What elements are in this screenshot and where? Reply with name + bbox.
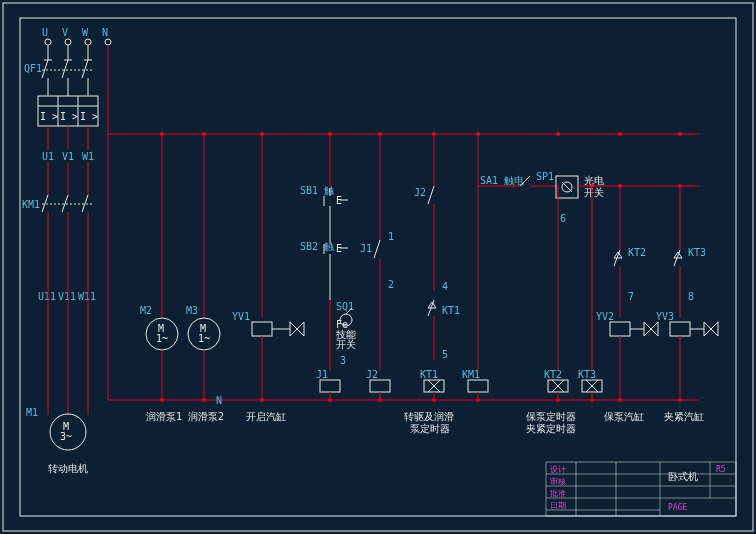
svg-rect-132 <box>546 462 736 516</box>
svg-point-0 <box>45 39 51 45</box>
node8: 8 <box>688 291 694 302</box>
branch-yv1: YV1 <box>232 134 304 400</box>
svg-point-47 <box>556 132 560 136</box>
j2-contact-label: J2 <box>414 187 426 198</box>
svg-rect-86 <box>370 380 390 392</box>
cap3: 开启汽缸 <box>246 411 286 422</box>
j1-coil-label: J1 <box>316 369 328 380</box>
motor-m3: M3 M 1~ <box>186 305 220 350</box>
v1-label: V1 <box>62 151 74 162</box>
m3-ref: M3 <box>186 305 198 316</box>
phase-u-label: U <box>42 27 48 38</box>
phase-w-label: W <box>82 27 89 38</box>
branch-j1j2: J1 1 2 J2 <box>360 134 394 400</box>
sa1-sp1: SA1 触电 SP1 光电 开关 6 <box>478 171 700 224</box>
svg-rect-80 <box>320 380 340 392</box>
svg-rect-122 <box>610 322 630 336</box>
j1-contact-label: J1 <box>360 243 372 254</box>
phase-v-label: V <box>62 27 68 38</box>
inner-border <box>20 18 736 516</box>
svg-line-8 <box>42 60 48 78</box>
svg-line-12 <box>82 60 88 78</box>
phase-n-label: N <box>102 27 108 38</box>
kt1-contact-label: KT1 <box>442 305 460 316</box>
sb1-label: SB1 触 <box>300 185 334 196</box>
cap4a: 转驱及润滑 <box>404 411 454 422</box>
branch-yv3: KT3 8 YV3 <box>656 184 718 400</box>
neutral-label: N <box>216 395 222 406</box>
node3: 3 <box>340 355 346 366</box>
cap7: 保泵汽缸 <box>604 411 644 422</box>
schematic-canvas: U V W N QF1 I > I > I > U1 V1 W1 KM1 <box>0 0 756 534</box>
m1-caption: 转动电机 <box>48 463 88 474</box>
node7: 7 <box>628 291 634 302</box>
tb-title: 卧式机 <box>668 471 698 482</box>
breaker-qf1: QF1 <box>24 60 92 96</box>
cap5: 保泵定时器 <box>526 411 576 422</box>
branch-control-1: SB1 触 E SB2 触 E SQ1 Fe 技能 开关 3 J1 <box>300 134 356 400</box>
cap1: 润滑泵1 <box>146 411 182 422</box>
j2-coil-label: J2 <box>366 369 378 380</box>
sp1-note2: 开关 <box>584 187 604 198</box>
w1-label: W1 <box>82 151 94 162</box>
svg-point-58 <box>202 398 206 402</box>
m2-in2: 1~ <box>156 333 168 344</box>
m1-in2: 3~ <box>60 431 72 442</box>
ol3: I > <box>80 111 98 122</box>
sp1-note1: 光电 <box>584 175 604 186</box>
kt2-coil-label: KT2 <box>544 369 562 380</box>
sp1-label: SP1 <box>536 171 554 182</box>
yv2-label: YV2 <box>596 311 614 322</box>
node1: 1 <box>388 231 394 242</box>
kt3-coil-label: KT3 <box>578 369 596 380</box>
svg-point-57 <box>160 398 164 402</box>
kt2-contact-label: KT2 <box>628 247 646 258</box>
branch-kt1: J2 4 KT1 5 KT1 <box>414 134 460 400</box>
tb-rev: R5 <box>716 465 726 474</box>
outer-border <box>3 3 753 531</box>
m3-in2: 1~ <box>198 333 210 344</box>
v11-label: V11 <box>58 291 76 302</box>
cap4b: 泵定时器 <box>410 423 450 434</box>
title-block: 设计 审核 批准 日期 卧式机 R5 PAGE <box>546 462 736 516</box>
node5: 5 <box>442 349 448 360</box>
tb-sheet: PAGE <box>668 503 687 512</box>
svg-point-48 <box>618 132 622 136</box>
sq1-n3: 开关 <box>336 339 356 350</box>
cap2: 润滑泵2 <box>188 411 224 422</box>
branch-km1-coil: KM1 <box>462 134 488 400</box>
sq1-label: SQ1 <box>336 301 354 312</box>
qf1-label: QF1 <box>24 63 42 74</box>
motor-m1: M1 M 3~ 转动电机 <box>26 407 88 474</box>
branch-kt3-coil: KT3 <box>578 184 602 400</box>
svg-point-119 <box>618 184 622 188</box>
ol1: I > <box>40 111 58 122</box>
kt1-coil-label: KT1 <box>420 369 438 380</box>
m2-ref: M2 <box>140 305 152 316</box>
svg-point-126 <box>678 184 682 188</box>
yv1-label: YV1 <box>232 311 250 322</box>
node6: 6 <box>560 213 566 224</box>
svg-point-49 <box>678 132 682 136</box>
sa1-label: SA1 触电 <box>480 175 524 186</box>
svg-rect-129 <box>670 322 690 336</box>
ol2: I > <box>60 111 78 122</box>
node4: 4 <box>442 281 448 292</box>
svg-line-89 <box>428 186 434 204</box>
branch-yv2: KT2 7 YV2 <box>596 184 658 400</box>
yv3-label: YV3 <box>656 311 674 322</box>
tb-r2: 审核 <box>550 477 566 486</box>
cap8: 夹紧汽缸 <box>664 411 704 422</box>
svg-rect-69 <box>252 322 272 336</box>
overload-block: I > I > I > <box>38 96 98 150</box>
svg-rect-98 <box>468 380 488 392</box>
svg-line-83 <box>374 240 380 258</box>
m1-ref: M1 <box>26 407 38 418</box>
u1-label: U1 <box>42 151 54 162</box>
km1-label: KM1 <box>22 199 40 210</box>
km1-contactor: KM1 <box>22 162 92 250</box>
w11-label: W11 <box>78 291 96 302</box>
tb-r3: 批准 <box>550 489 566 498</box>
cap6b: 夹紧定时器 <box>526 423 576 434</box>
km1-coil-label: KM1 <box>462 369 480 380</box>
